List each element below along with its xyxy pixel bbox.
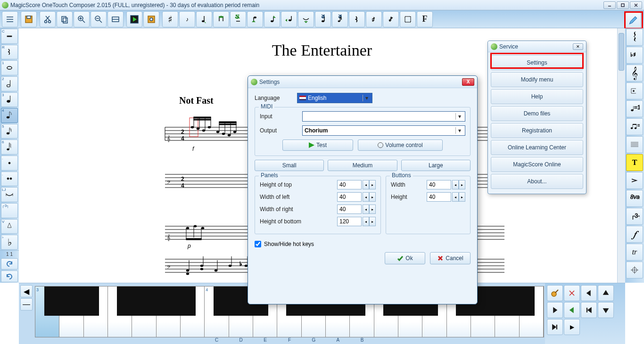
service-close-button[interactable]: ✕	[573, 43, 583, 50]
panels-dec-1[interactable]: ◂	[363, 192, 369, 202]
panels-input-0[interactable]	[337, 180, 362, 189]
octave-down-button[interactable]	[598, 302, 614, 318]
pal-r-rest[interactable]: R	[1, 45, 18, 60]
pal-half-note[interactable]: 2	[1, 76, 18, 91]
pal-accent[interactable]	[626, 172, 643, 189]
service-item-modify-menu[interactable]: Modify menu	[491, 72, 583, 87]
scroll-right-button[interactable]: ▶	[564, 319, 580, 335]
scroll-left-button[interactable]: ◀	[20, 285, 33, 297]
settings-close-button[interactable]: X	[462, 78, 474, 86]
ok-button[interactable]: Ok	[385, 252, 425, 264]
octave-up-button[interactable]	[598, 285, 614, 301]
pal-whole-note[interactable]: 1	[1, 60, 18, 75]
pal-clef[interactable]: 𝄞	[626, 65, 643, 82]
pal-text[interactable]: T	[626, 154, 643, 171]
tie-down-tool[interactable]	[298, 11, 314, 27]
undo-button[interactable]	[1, 258, 18, 270]
pal-tie[interactable]: LJ	[1, 187, 18, 202]
language-dropdown[interactable]: English ▾	[297, 93, 372, 103]
pal-articulation[interactable]	[626, 82, 643, 99]
play-button[interactable]	[126, 11, 142, 27]
to-end-button[interactable]	[547, 319, 563, 335]
volume-control-button[interactable]: Volume control	[358, 139, 443, 151]
instrument-button[interactable]	[143, 11, 159, 27]
pal-voice[interactable]: V	[1, 219, 18, 234]
service-item-online-learning-center[interactable]: Online Learning Center	[491, 140, 583, 155]
pal-r3[interactable]: ┌3┐	[626, 208, 643, 225]
triplet-eighth-tool[interactable]: 3	[332, 11, 348, 27]
panels-input-2[interactable]	[337, 205, 362, 214]
midi-test-button[interactable]: Test	[282, 139, 353, 151]
service-item-help[interactable]: Help	[491, 89, 583, 104]
black-key-19[interactable]	[504, 287, 535, 316]
copy-button[interactable]	[57, 11, 73, 27]
collapse-button[interactable]: —	[20, 298, 33, 311]
service-item-demo-files[interactable]: Demo files	[491, 106, 583, 121]
triplet-quarter-tool[interactable]: 3	[315, 11, 331, 27]
pal-tuplet[interactable]: ┌3┐	[1, 203, 18, 218]
cut-button[interactable]	[40, 11, 56, 27]
size-large-button[interactable]: Large	[401, 160, 471, 171]
pal-8va[interactable]: 8va┐	[626, 190, 643, 207]
confirm-button[interactable]	[564, 302, 580, 318]
pal-flat[interactable]: ♭♭	[1, 235, 18, 250]
zoom-out-button[interactable]	[91, 11, 107, 27]
grace-note-tool[interactable]	[366, 11, 382, 27]
forte-tool[interactable]: F	[417, 11, 433, 27]
service-item-registration[interactable]: Registration	[491, 123, 583, 138]
delete-button[interactable]	[564, 285, 580, 301]
pen-tool[interactable]	[625, 12, 641, 28]
pal-stafflines[interactable]	[626, 136, 643, 153]
buttons-inc-0[interactable]: ▸	[459, 180, 465, 189]
close-button[interactable]	[630, 1, 642, 9]
panels-inc-2[interactable]: ▸	[369, 205, 376, 214]
pal-brace[interactable]: 𝄔	[626, 29, 643, 46]
pal-dynamic-f[interactable]: 𝆑	[626, 226, 643, 243]
menu-button[interactable]	[2, 11, 18, 27]
guitar-button[interactable]	[547, 285, 563, 301]
fit-width-button[interactable]	[107, 11, 124, 27]
save-button[interactable]	[21, 11, 37, 27]
pal-dot[interactable]: .	[1, 156, 18, 171]
selection-tool[interactable]	[400, 11, 416, 27]
midi-output-dropdown[interactable]: Chorium ▾	[302, 125, 465, 136]
stem-up-green-tool[interactable]	[264, 11, 280, 27]
black-key-1[interactable]	[68, 287, 99, 316]
vertical-scrollbar[interactable]	[617, 28, 625, 283]
panels-dec-2[interactable]: ◂	[363, 205, 369, 214]
pal-double-dot[interactable]: .	[1, 172, 18, 187]
buttons-dec-0[interactable]: ◂	[452, 180, 459, 189]
zoom-in-button[interactable]	[74, 11, 90, 27]
size-small-button[interactable]: Small	[255, 160, 324, 171]
stem-down-tool[interactable]	[247, 11, 263, 27]
pal-quarter-note[interactable]: 3	[1, 92, 18, 107]
panels-inc-0[interactable]: ▸	[369, 180, 376, 189]
add-note-left-tool[interactable]	[281, 11, 297, 27]
redo-button[interactable]	[1, 270, 18, 282]
panels-dec-0[interactable]: ◂	[363, 180, 369, 189]
panels-inc-3[interactable]: ▸	[369, 217, 376, 226]
pal-trill[interactable]: tr	[626, 244, 643, 261]
beam-up-tool[interactable]	[213, 11, 229, 27]
pal-tempo-120[interactable]: =120	[626, 100, 643, 117]
eighth-up-tool[interactable]: ♪	[179, 11, 195, 27]
minimize-button[interactable]	[603, 1, 616, 9]
panels-inc-1[interactable]: ▸	[369, 192, 376, 202]
service-item-settings[interactable]: Settings	[491, 55, 583, 70]
pal-target[interactable]	[626, 262, 643, 278]
pal-32nd-note[interactable]: 6	[1, 139, 18, 155]
sharp-tool[interactable]: ♯	[162, 11, 178, 27]
pal-eighth-note[interactable]: 4	[1, 108, 18, 123]
grace-slash-tool[interactable]	[383, 11, 399, 27]
cancel-button[interactable]: Cancel	[430, 252, 471, 264]
maximize-button[interactable]	[617, 1, 629, 9]
black-key-5[interactable]	[165, 287, 196, 316]
buttons-dec-1[interactable]: ◂	[452, 192, 459, 202]
service-item-about-[interactable]: About...	[491, 174, 583, 189]
midi-input-dropdown[interactable]: ▾	[302, 111, 465, 122]
rest-tool[interactable]	[349, 11, 365, 27]
size-medium-button[interactable]: Medium	[328, 160, 397, 171]
rewind-button[interactable]	[581, 285, 597, 301]
buttons-input-1[interactable]	[427, 192, 451, 202]
eighth-down-tool[interactable]	[196, 11, 212, 27]
